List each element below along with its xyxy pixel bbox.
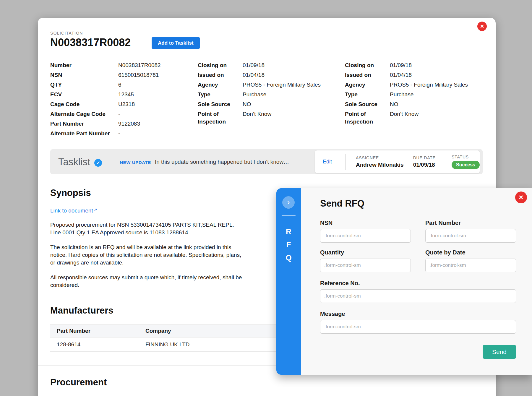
tasklist-bar: Tasklist ✓ NEW UPDATE In this update som… bbox=[50, 149, 483, 174]
assignee-label: ASSIGNEE bbox=[356, 155, 413, 160]
tasklist-title: Tasklist bbox=[58, 156, 90, 168]
quote-by-date-label: Quote by Date bbox=[425, 249, 516, 256]
detail-row: Point of InspectionDon’t Know bbox=[198, 110, 337, 126]
external-link-icon: ↗ bbox=[94, 207, 98, 212]
quantity-field[interactable] bbox=[320, 259, 411, 272]
detail-row: NumberN0038317R0082 bbox=[50, 61, 186, 69]
detail-row: Alternate Part Number- bbox=[50, 130, 186, 137]
detail-row: Sole SourceNO bbox=[345, 100, 484, 108]
rfq-panel-title: Send RFQ bbox=[320, 198, 516, 209]
column-header-part-number: Part Number bbox=[50, 325, 136, 337]
reference-no-field[interactable] bbox=[320, 289, 516, 303]
due-date-value: 01/09/18 bbox=[413, 162, 452, 168]
details-group-main: NumberN0038317R0082 NSN6150015018781 QTY… bbox=[50, 61, 186, 139]
detail-row: Closing on01/09/18 bbox=[198, 61, 337, 69]
due-date-block: DUE DATE 01/09/18 bbox=[413, 155, 452, 168]
solicitation-eyebrow: SOLICITATION bbox=[50, 31, 83, 35]
assignee-value: Andrew Milonakis bbox=[356, 162, 413, 168]
detail-row: TypePurchase bbox=[345, 91, 484, 98]
close-icon[interactable]: ✕ bbox=[477, 22, 487, 31]
rfq-drawer-tab[interactable]: › R F Q bbox=[276, 188, 301, 375]
detail-row: QTY6 bbox=[50, 81, 186, 89]
nsn-label: NSN bbox=[320, 220, 411, 226]
collapse-drawer-button[interactable]: › bbox=[282, 196, 295, 209]
edit-link[interactable]: Edit bbox=[323, 159, 332, 165]
detail-row: TypePurchase bbox=[198, 91, 337, 98]
due-date-label: DUE DATE bbox=[413, 155, 452, 160]
synopsis-title: Synopsis bbox=[50, 188, 257, 198]
new-update-badge: NEW UPDATE bbox=[120, 160, 151, 165]
status-badge: Success bbox=[452, 161, 480, 169]
part-number-field[interactable] bbox=[425, 229, 516, 243]
detail-row: AgencyPROS5 - Foreign Military Sales bbox=[198, 81, 337, 89]
rfq-form-body: ✕ Send RFQ NSN Part Number Quantity bbox=[301, 188, 532, 375]
synopsis-paragraph: All responsible sources may submit a quo… bbox=[50, 274, 257, 289]
check-circle-icon: ✓ bbox=[94, 159, 102, 167]
detail-row: Point of InspectionDon’t Know bbox=[345, 110, 484, 126]
detail-row: Cage CodeU2318 bbox=[50, 100, 186, 108]
tab-divider bbox=[282, 215, 296, 216]
detail-row: NSN6150015018781 bbox=[50, 71, 186, 79]
procurement-title: Procurement bbox=[50, 377, 107, 388]
rfq-form: NSN Part Number Quantity Quote by Date bbox=[320, 220, 516, 359]
detail-row: Closing on01/09/18 bbox=[345, 61, 484, 69]
detail-row: Part Number9122083 bbox=[50, 120, 186, 128]
vertical-divider bbox=[346, 154, 346, 170]
synopsis-paragraph: Proposed procurement for NSN 53300147341… bbox=[50, 221, 257, 236]
add-to-tasklist-button[interactable]: Add to Tasklist bbox=[152, 37, 200, 49]
details-group-closing-1: Closing on01/09/18 Issued on01/04/18 Age… bbox=[198, 61, 337, 128]
assignee-block: ASSIGNEE Andrew Milonakis bbox=[356, 155, 413, 168]
chevron-right-icon: › bbox=[287, 198, 290, 206]
details-group-closing-2: Closing on01/09/18 Issued on01/04/18 Age… bbox=[345, 61, 484, 128]
tasklist-summary-card: Edit ASSIGNEE Andrew Milonakis DUE DATE … bbox=[315, 150, 480, 173]
message-label: Message bbox=[320, 311, 516, 317]
cell-part-number: 128-8614 bbox=[50, 337, 136, 351]
quantity-label: Quantity bbox=[320, 249, 411, 256]
page-title: N0038317R0082 bbox=[50, 36, 131, 49]
status-block: STATUS Success bbox=[452, 155, 480, 169]
detail-row: ECV12345 bbox=[50, 91, 186, 98]
detail-row: AgencyPROS5 - Foreign Military Sales bbox=[345, 81, 484, 89]
detail-row: Alternate Cage Code- bbox=[50, 110, 186, 118]
detail-row: Issued on01/04/18 bbox=[345, 71, 484, 79]
close-icon[interactable]: ✕ bbox=[515, 191, 527, 203]
detail-row: Issued on01/04/18 bbox=[198, 71, 337, 79]
rfq-tab-label: R F Q bbox=[276, 227, 301, 262]
detail-row: Sole SourceNO bbox=[198, 100, 337, 108]
message-field[interactable] bbox=[320, 320, 516, 334]
reference-no-label: Reference No. bbox=[320, 280, 516, 287]
manufacturers-title: Manufacturers bbox=[50, 305, 113, 316]
quote-by-date-field[interactable] bbox=[425, 259, 516, 272]
nsn-field[interactable] bbox=[320, 229, 411, 243]
send-rfq-panel: › R F Q ✕ Send RFQ NSN Part Number bbox=[276, 188, 532, 375]
synopsis-section: Synopsis Link to document↗ Proposed proc… bbox=[50, 188, 257, 289]
tasklist-message: In this update something happened but I … bbox=[155, 159, 289, 165]
document-link[interactable]: Link to document↗ bbox=[50, 207, 97, 214]
synopsis-paragraph: The solicitation is an RFQ and will be a… bbox=[50, 244, 257, 267]
part-number-label: Part Number bbox=[425, 220, 516, 226]
send-button[interactable]: Send bbox=[483, 345, 516, 359]
status-label: STATUS bbox=[452, 155, 480, 159]
